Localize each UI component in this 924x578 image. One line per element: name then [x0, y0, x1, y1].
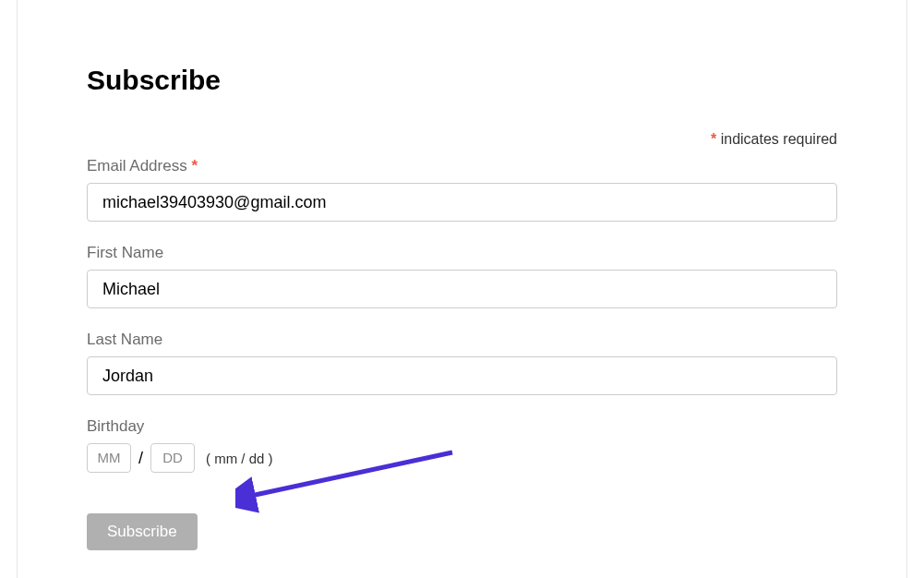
- last-name-field[interactable]: [87, 356, 837, 395]
- birthday-label: Birthday: [87, 417, 837, 436]
- left-border: [17, 0, 18, 578]
- birthday-month-field[interactable]: [87, 443, 131, 473]
- subscribe-form-container: Subscribe * indicates required Email Add…: [0, 0, 924, 550]
- right-border: [906, 0, 907, 578]
- first-name-field[interactable]: [87, 270, 837, 308]
- subscribe-button[interactable]: Subscribe: [87, 513, 198, 550]
- birthday-format-hint: ( mm / dd ): [206, 451, 273, 466]
- email-group: Email Address *: [87, 157, 837, 222]
- last-name-group: Last Name: [87, 331, 837, 395]
- birthday-inputs: / ( mm / dd ): [87, 443, 837, 473]
- asterisk-icon: *: [711, 131, 716, 147]
- first-name-group: First Name: [87, 244, 837, 308]
- birthday-day-field[interactable]: [150, 443, 195, 473]
- date-separator: /: [138, 449, 143, 468]
- required-note-text: indicates required: [721, 131, 837, 147]
- birthday-group: Birthday / ( mm / dd ): [87, 417, 837, 473]
- required-indicator-note: * indicates required: [87, 131, 837, 148]
- email-label: Email Address *: [87, 157, 837, 175]
- page-title: Subscribe: [87, 65, 837, 96]
- email-label-text: Email Address: [87, 157, 187, 175]
- first-name-label: First Name: [87, 244, 837, 262]
- email-field[interactable]: [87, 183, 837, 222]
- last-name-label: Last Name: [87, 331, 837, 349]
- asterisk-icon: *: [191, 157, 198, 175]
